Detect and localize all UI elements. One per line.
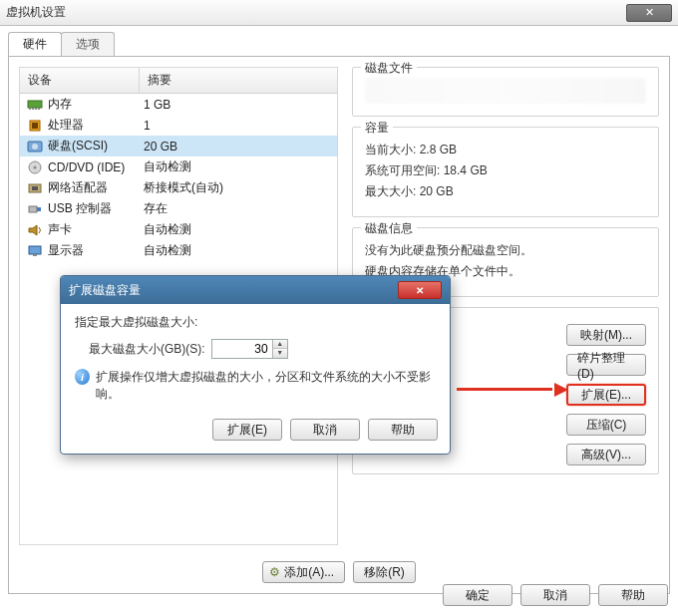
expand-cancel-button[interactable]: 取消 [290, 419, 360, 441]
dialog-footer: 确定 取消 帮助 [443, 584, 668, 606]
tab-hardware[interactable]: 硬件 [8, 32, 62, 56]
svg-rect-0 [28, 101, 42, 108]
col-summary[interactable]: 摘要 [140, 68, 337, 93]
expand-confirm-button[interactable]: 扩展(E) [212, 419, 282, 441]
window-titlebar: 虚拟机设置 ✕ [0, 0, 678, 26]
svg-rect-16 [29, 246, 41, 254]
group-capacity: 容量 当前大小: 2.8 GB 系统可用空间: 18.4 GB 最大大小: 20… [352, 127, 659, 217]
svg-rect-17 [33, 254, 37, 256]
cancel-button[interactable]: 取消 [520, 584, 590, 606]
expand-dialog-close-button[interactable]: ✕ [398, 281, 442, 299]
hardware-summary: 1 [144, 119, 331, 133]
gear-icon: ⚙ [269, 565, 280, 579]
hardware-row[interactable]: 处理器1 [20, 115, 337, 136]
expand-dialog: 扩展磁盘容量 ✕ 指定最大虚拟磁盘大小: 最大磁盘大小(GB)(S): ▲ ▼ … [60, 275, 451, 455]
svg-marker-15 [29, 225, 37, 235]
map-button[interactable]: 映射(M)... [566, 324, 646, 346]
disk-file-path-field[interactable] [365, 78, 646, 104]
hardware-list-header: 设备 摘要 [20, 68, 337, 94]
col-device[interactable]: 设备 [20, 68, 140, 93]
svg-point-10 [34, 165, 37, 168]
help-button[interactable]: 帮助 [598, 584, 668, 606]
ok-button[interactable]: 确定 [443, 584, 512, 606]
hardware-name: 内存 [48, 96, 144, 113]
svg-rect-2 [32, 108, 34, 110]
hardware-summary: 1 GB [144, 98, 331, 112]
group-label-disk-info: 磁盘信息 [361, 220, 417, 237]
hardware-summary: 20 GB [144, 140, 331, 154]
cap-free-label: 系统可用空间: [365, 163, 440, 177]
expand-info-text: 扩展操作仅增大虚拟磁盘的大小，分区和文件系统的大小不受影响。 [96, 369, 436, 403]
nic-icon [26, 181, 44, 195]
expand-legend: 指定最大虚拟磁盘大小: [75, 314, 436, 331]
hardware-row[interactable]: 网络适配器桥接模式(自动) [20, 177, 337, 198]
display-icon [26, 244, 44, 258]
info-icon: i [75, 369, 90, 385]
cap-max-value: 20 GB [420, 184, 454, 198]
group-disk-file: 磁盘文件 [352, 67, 659, 117]
tab-options[interactable]: 选项 [61, 32, 115, 56]
hardware-row[interactable]: 显示器自动检测 [20, 240, 337, 261]
memory-icon [26, 99, 44, 111]
svg-rect-12 [32, 186, 38, 190]
cap-current-value: 2.8 GB [420, 143, 457, 156]
hardware-summary: 存在 [144, 200, 331, 217]
max-size-label: 最大磁盘大小(GB)(S): [89, 341, 205, 358]
hardware-row[interactable]: CD/DVD (IDE)自动检测 [20, 156, 337, 177]
svg-rect-14 [37, 207, 41, 211]
expand-button[interactable]: 扩展(E)... [566, 384, 646, 406]
disk-icon [26, 140, 44, 154]
expand-dialog-titlebar: 扩展磁盘容量 ✕ [61, 276, 450, 304]
svg-rect-13 [29, 206, 37, 212]
remove-hardware-button[interactable]: 移除(R) [353, 561, 416, 583]
hardware-summary: 桥接模式(自动) [144, 179, 331, 196]
diskinfo-line1: 没有为此硬盘预分配磁盘空间。 [365, 242, 646, 259]
svg-rect-1 [29, 108, 31, 110]
hardware-name: CD/DVD (IDE) [48, 160, 144, 174]
add-hardware-label: 添加(A)... [284, 564, 334, 581]
expand-dialog-title: 扩展磁盘容量 [69, 282, 141, 299]
hardware-name: 网络适配器 [48, 179, 144, 196]
hardware-name: 声卡 [48, 221, 144, 238]
svg-rect-6 [32, 123, 38, 129]
hardware-row[interactable]: USB 控制器存在 [20, 198, 337, 219]
window-close-button[interactable]: ✕ [626, 4, 672, 22]
hardware-summary: 自动检测 [144, 221, 331, 238]
spinner-down-icon[interactable]: ▼ [273, 349, 287, 358]
add-hardware-button[interactable]: ⚙ 添加(A)... [262, 561, 345, 583]
group-label-capacity: 容量 [361, 120, 393, 137]
max-size-spinner[interactable]: ▲ ▼ [211, 339, 288, 359]
hardware-name: USB 控制器 [48, 200, 144, 217]
usb-icon [26, 203, 44, 215]
hardware-row[interactable]: 硬盘(SCSI)20 GB [20, 136, 337, 156]
hardware-name: 硬盘(SCSI) [48, 138, 144, 154]
expand-help-button[interactable]: 帮助 [368, 419, 438, 441]
cap-free-value: 18.4 GB [444, 163, 488, 177]
optical-icon [26, 159, 44, 175]
compress-button[interactable]: 压缩(C) [566, 414, 646, 436]
cap-current-label: 当前大小: [365, 143, 416, 156]
cap-max-label: 最大大小: [365, 184, 416, 198]
hardware-name: 处理器 [48, 117, 144, 134]
tab-strip: 硬件 选项 [0, 26, 678, 56]
cpu-icon [26, 118, 44, 134]
add-remove-bar: ⚙ 添加(A)... 移除(R) [9, 561, 669, 583]
window-title: 虚拟机设置 [6, 4, 66, 21]
svg-rect-4 [38, 108, 40, 110]
hardware-row[interactable]: 声卡自动检测 [20, 219, 337, 240]
defrag-button[interactable]: 碎片整理(D) [566, 354, 646, 376]
sound-icon [26, 223, 44, 237]
spinner-up-icon[interactable]: ▲ [273, 340, 287, 349]
advanced-button[interactable]: 高级(V)... [566, 444, 646, 465]
hardware-row[interactable]: 内存1 GB [20, 94, 337, 115]
hardware-summary: 自动检测 [144, 158, 331, 175]
svg-point-8 [32, 144, 38, 150]
group-label-disk-file: 磁盘文件 [361, 60, 417, 77]
svg-rect-3 [35, 108, 37, 110]
hardware-summary: 自动检测 [144, 242, 331, 259]
max-size-input[interactable] [212, 340, 272, 358]
hardware-name: 显示器 [48, 242, 144, 259]
